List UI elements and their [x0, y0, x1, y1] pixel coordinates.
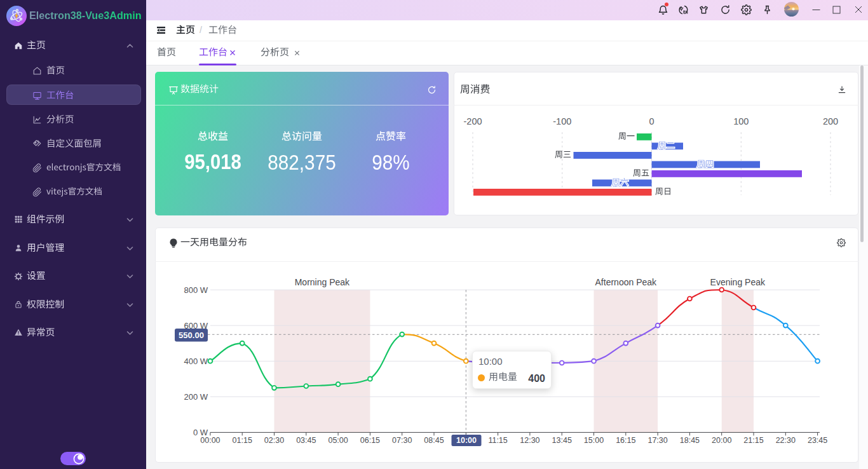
svg-text:550.00: 550.00	[179, 330, 204, 340]
svg-text:06:15: 06:15	[360, 436, 380, 445]
svg-text:100: 100	[733, 116, 749, 126]
svg-text:200: 200	[823, 116, 838, 126]
svg-text:17:30: 17:30	[648, 436, 667, 445]
svg-text:23:45: 23:45	[808, 436, 827, 445]
svg-text:15:00: 15:00	[584, 436, 604, 445]
svg-text:16:15: 16:15	[616, 436, 635, 445]
svg-text:02:30: 02:30	[264, 436, 284, 445]
svg-text:08:45: 08:45	[424, 436, 444, 445]
svg-text:200 W: 200 W	[184, 392, 208, 402]
svg-text:12:30: 12:30	[520, 436, 539, 445]
svg-text:0: 0	[649, 116, 654, 126]
svg-text:800 W: 800 W	[184, 285, 208, 295]
svg-text:21:15: 21:15	[743, 436, 763, 445]
svg-text:10:00: 10:00	[456, 436, 477, 445]
svg-text:11:15: 11:15	[488, 436, 507, 445]
svg-text:01:15: 01:15	[233, 436, 252, 445]
svg-text:-100: -100	[553, 116, 571, 126]
svg-text:18:45: 18:45	[680, 436, 700, 445]
svg-text:400 W: 400 W	[184, 357, 208, 366]
svg-text:22:30: 22:30	[776, 436, 796, 445]
svg-text:Evening Peak: Evening Peak	[710, 277, 766, 287]
svg-text:00:00: 00:00	[200, 436, 220, 445]
svg-text:13:45: 13:45	[552, 436, 572, 445]
svg-text:-200: -200	[463, 116, 482, 126]
svg-text:Morning Peak: Morning Peak	[295, 277, 350, 287]
svg-text:20:00: 20:00	[712, 436, 731, 445]
svg-text:07:30: 07:30	[392, 436, 412, 445]
svg-text:05:00: 05:00	[328, 436, 348, 445]
svg-text:Afternoon Peak: Afternoon Peak	[595, 277, 658, 287]
svg-text:03:45: 03:45	[296, 436, 316, 445]
